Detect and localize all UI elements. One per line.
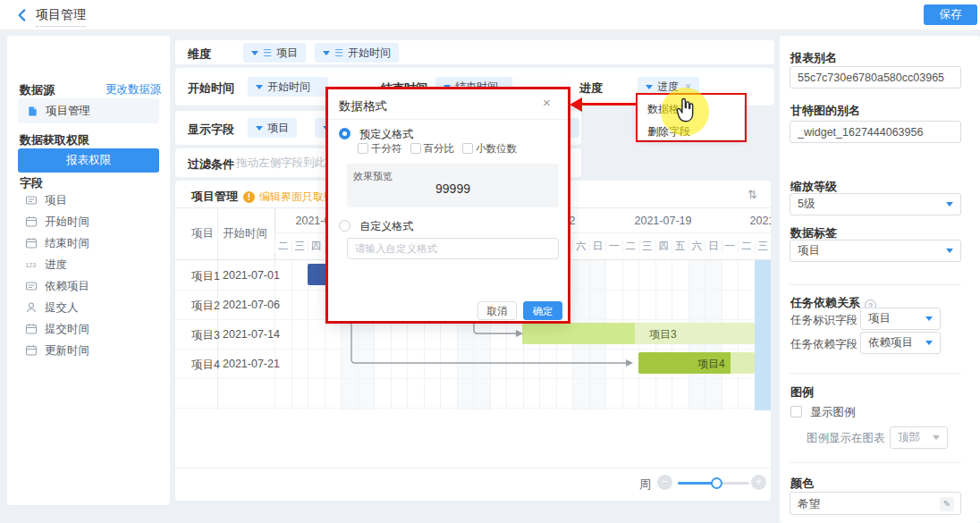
thousands-option: 千分符	[358, 142, 402, 156]
gantt-day-header: 二	[622, 240, 639, 253]
gantt-bar-label: 项目3	[649, 327, 677, 342]
row-project-name: 项目1	[191, 269, 220, 284]
gantt-title: 项目管理	[191, 189, 238, 205]
zoom-in-button[interactable]: +	[751, 475, 766, 490]
radio-unselected-icon[interactable]	[339, 220, 351, 232]
sidebar-field-提交人[interactable]: 提交人	[25, 297, 79, 318]
sidebar-field-更新时间[interactable]: 更新时间	[25, 340, 89, 361]
sidebar-field-项目[interactable]: 项目	[25, 190, 67, 211]
chevron-down-icon	[933, 435, 940, 440]
gantt-day-header: 五	[672, 240, 689, 253]
week-label: 2021-07-26	[721, 215, 771, 227]
thousands-label: 千分符	[371, 143, 402, 154]
close-icon[interactable]: ×	[543, 95, 551, 110]
page-title: 项目管理	[36, 7, 86, 27]
percent-label: 百分比	[424, 143, 455, 154]
sidebar-field-label: 更新时间	[45, 343, 89, 359]
chevron-down-icon	[256, 126, 263, 131]
gantt-bar-project4-remaining[interactable]	[731, 352, 755, 374]
display-chip-project[interactable]: 项目	[248, 118, 297, 138]
gantt-day-header: 六	[572, 240, 589, 253]
gantt-day-header: 一	[722, 240, 739, 253]
back-icon[interactable]	[14, 7, 30, 23]
report-alias-label: 报表别名	[790, 50, 837, 66]
gantt-day-header: 六	[689, 240, 705, 253]
legend-pos-label: 图例显示在图表	[807, 431, 885, 446]
row-start-date: 2021-07-14	[223, 328, 280, 341]
svg-text:123: 123	[25, 262, 36, 268]
display-fields-label: 显示字段	[188, 122, 234, 138]
sidebar-field-依赖项目[interactable]: 依赖项目	[25, 275, 89, 297]
radio-selected-icon[interactable]	[339, 128, 351, 139]
chevron-down-icon	[323, 51, 330, 55]
dimension-chip-starttime[interactable]: ☰ 开始时间	[315, 43, 399, 63]
zoom-unit-label: 周	[639, 477, 651, 493]
show-legend-label: 显示图例	[810, 406, 855, 418]
data-label-select[interactable]: 项目	[790, 240, 961, 262]
cancel-button[interactable]: 取消	[477, 301, 517, 320]
gantt-day-header: 三	[291, 240, 308, 253]
format-checkboxes: 千分符 百分比 小数位数	[358, 142, 517, 156]
task-dep-field-select[interactable]: 依赖项目	[860, 332, 941, 354]
zoom-level-select[interactable]: 5级	[790, 193, 961, 215]
chevron-down-icon	[925, 316, 933, 321]
sidebar: 数据源 更改数据源 项目管理 数据获取权限 报表权限 字段 项目开始时间结束时间…	[7, 36, 170, 505]
number-field-icon: 123	[25, 258, 38, 271]
preview-value: 99999	[347, 181, 559, 196]
sidebar-field-结束时间[interactable]: 结束时间	[25, 232, 89, 254]
gantt-day-header: 四	[655, 240, 672, 253]
widget-alias-input[interactable]	[790, 121, 961, 143]
chevron-down-icon	[444, 85, 451, 89]
task-id-field-select[interactable]: 项目	[860, 308, 941, 330]
edit-icon[interactable]: ✎	[940, 497, 954, 511]
row-divider	[175, 378, 771, 379]
custom-format-option: 自定义格式	[339, 219, 413, 234]
datasource-item[interactable]: 项目管理	[18, 98, 159, 123]
chip-label: 项目	[267, 121, 289, 136]
zoom-out-button[interactable]: −	[657, 475, 672, 490]
widget-alias-label: 甘特图的别名	[790, 103, 860, 119]
row-project-name: 项目4	[191, 358, 220, 373]
gantt-bar-project3[interactable]	[522, 323, 635, 344]
chevron-down-icon	[946, 202, 953, 207]
custom-format-input[interactable]	[347, 238, 559, 259]
sort-icon[interactable]: ⇅	[748, 188, 757, 201]
filter-dropzone[interactable]: 拖动左侧字段到此处	[236, 156, 337, 171]
thousands-checkbox[interactable]	[358, 143, 368, 154]
sidebar-field-label: 结束时间	[45, 236, 89, 251]
sidebar-field-开始时间[interactable]: 开始时间	[25, 211, 89, 232]
annotation-box-modal: 数据格式 × 预定义格式 千分符 百分比 小数位数 效果预览 99999 自定义…	[325, 87, 570, 324]
decimals-option: 小数位数	[462, 142, 517, 156]
show-legend-checkbox[interactable]	[790, 406, 802, 418]
predefined-format-label: 预定义格式	[359, 128, 413, 140]
sidebar-field-label: 提交时间	[45, 322, 89, 337]
annotation-arrow-head	[570, 97, 582, 112]
report-permission-button[interactable]: 报表权限	[18, 148, 159, 173]
gantt-bar-label: 项目4	[697, 357, 725, 372]
legend-pos-value: 顶部	[898, 430, 920, 445]
row-start-date: 2021-07-01	[223, 269, 280, 282]
save-button[interactable]: 保存	[924, 4, 977, 25]
decimals-checkbox[interactable]	[462, 143, 473, 154]
confirm-button[interactable]: 确定	[523, 301, 562, 320]
gantt-day-header: 三	[638, 240, 655, 253]
start-time-chip[interactable]: 开始时间	[248, 77, 328, 97]
text-field-icon	[25, 194, 38, 207]
color-scheme-field[interactable]: 希望 ✎	[790, 492, 961, 515]
row-start-date: 2021-07-06	[223, 299, 280, 311]
dimension-chip-project[interactable]: ☰ 项目	[243, 43, 306, 63]
change-datasource-link[interactable]: 更改数据源	[106, 82, 162, 97]
dimension-label: 维度	[188, 46, 211, 63]
percent-checkbox[interactable]	[410, 143, 421, 154]
sidebar-field-进度[interactable]: 123进度	[25, 254, 67, 275]
chevron-down-icon	[925, 341, 933, 345]
report-alias-input[interactable]	[790, 66, 961, 89]
data-format-modal: 数据格式 × 预定义格式 千分符 百分比 小数位数 效果预览 99999 自定义…	[328, 89, 568, 321]
perm-section-title: 数据获取权限	[20, 132, 89, 148]
text-field-icon	[25, 280, 38, 292]
show-legend-row: 显示图例	[790, 405, 855, 420]
legend-pos-select[interactable]: 顶部	[890, 426, 948, 449]
chip-label: 开始时间	[348, 46, 391, 61]
sidebar-field-提交时间[interactable]: 提交时间	[25, 318, 89, 340]
zoom-slider-handle[interactable]	[711, 477, 722, 489]
